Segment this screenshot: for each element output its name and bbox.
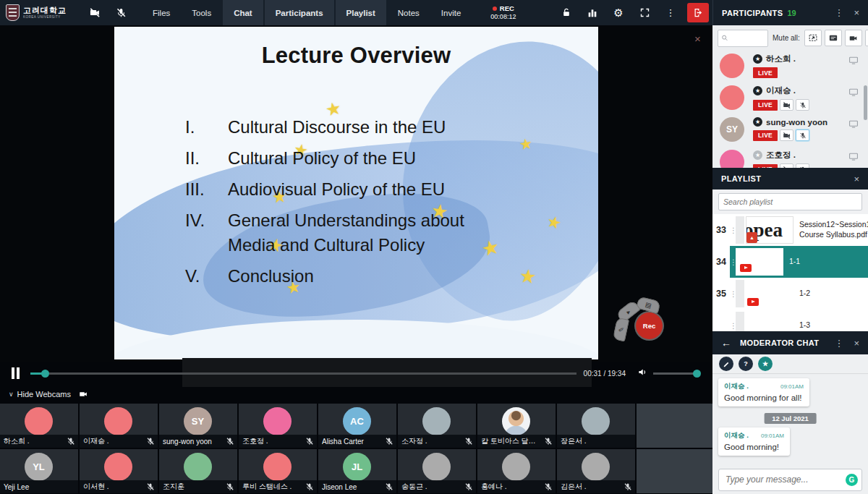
participants-close-button[interactable]: × xyxy=(854,8,859,17)
playlist-item-selected[interactable]: 34 ⋮ 1-1 xyxy=(712,246,868,278)
more-options-button[interactable]: ⋮ xyxy=(661,0,680,25)
recorder-pen-button[interactable]: ✎ xyxy=(613,318,629,342)
playlist-item-handle[interactable] xyxy=(736,280,744,307)
screen-share-button[interactable] xyxy=(848,151,859,164)
video-stage: ★ ★ ★ ★ ★ ★ ★ ★ ★ ★ Lecture Overview I.C… xyxy=(0,25,712,362)
lock-button[interactable] xyxy=(557,0,576,25)
tab-invite[interactable]: Invite xyxy=(430,0,472,25)
participant-row[interactable]: ★이재승 . LIVE xyxy=(712,82,868,114)
chevron-down-icon: ∨ xyxy=(9,391,14,398)
webcam-name: 이재승 . xyxy=(83,436,143,446)
screen-share-button[interactable] xyxy=(848,55,859,68)
playlist-item[interactable]: 33 ⋮ opea ▲ Session12~Session13 Course S… xyxy=(712,214,868,246)
camera-off-button[interactable] xyxy=(780,129,793,141)
seek-bar[interactable] xyxy=(30,372,576,375)
webcam-tile[interactable]: 루비 스탬네스 . xyxy=(239,449,317,493)
chat-close-button[interactable]: × xyxy=(854,338,859,348)
participant-row[interactable]: ★조호정 . LIVE xyxy=(712,147,868,168)
hide-webcams-toggle[interactable]: ∨ Hide Webcams xyxy=(9,390,71,399)
mic-off-button[interactable] xyxy=(796,99,809,111)
webcam-tile[interactable]: 칼 토비아스 달크비스... xyxy=(477,404,556,448)
close-video-button[interactable]: × xyxy=(694,33,701,45)
tab-chat[interactable]: Chat xyxy=(223,0,263,25)
webcams-bar: ∨ Hide Webcams xyxy=(0,385,712,404)
tab-participants[interactable]: Participants xyxy=(265,0,334,25)
playlist-item-number: 35 xyxy=(712,289,730,299)
avatar: JL xyxy=(343,453,371,481)
playlist-item[interactable]: ⋮ 1-3 xyxy=(712,310,868,331)
camera-off-button[interactable] xyxy=(780,99,793,111)
drag-handle-icon[interactable]: ⋮ xyxy=(730,226,736,234)
stats-button[interactable] xyxy=(583,0,602,25)
tab-tools[interactable]: Tools xyxy=(181,0,222,25)
leave-session-button[interactable] xyxy=(687,3,709,22)
webcam-tile[interactable]: SY sung-won yoon xyxy=(159,404,237,448)
slide-outline-item: III.Audiovisual Policy of the EU xyxy=(185,177,481,202)
playlist-item-handle[interactable] xyxy=(736,312,744,331)
camera-off-toggle[interactable] xyxy=(84,0,106,25)
webcam-tile[interactable]: 이재승 . xyxy=(80,404,158,448)
volume-slider[interactable] xyxy=(653,372,699,375)
video-thumbnail xyxy=(746,312,793,331)
chat-help-button[interactable]: ? xyxy=(739,357,753,371)
chat-star-button[interactable]: ★ xyxy=(758,357,773,371)
chat-menu-button[interactable]: ⋮ xyxy=(834,338,843,348)
webcam-tile[interactable]: AC Alisha Carter xyxy=(318,404,396,448)
volume-button[interactable] xyxy=(637,367,649,380)
webcam-tile[interactable]: 홍예나 . xyxy=(477,449,556,493)
playlist-item[interactable]: 35 ⋮ 1-2 xyxy=(712,278,868,310)
webcam-tile[interactable]: 조지훈 xyxy=(159,449,237,493)
webcam-tile[interactable]: 이서현 . xyxy=(80,449,158,493)
webcam-tile[interactable]: 김은서 . xyxy=(557,449,635,493)
screen-share-button[interactable] xyxy=(848,119,859,132)
drag-handle-icon[interactable]: ⋮ xyxy=(730,322,736,330)
playlist-search-input[interactable] xyxy=(718,193,862,210)
chat-message-input[interactable] xyxy=(718,469,862,491)
rec-button[interactable]: Rec xyxy=(636,312,663,339)
drag-handle-icon[interactable]: ⋮ xyxy=(730,258,736,266)
avatar xyxy=(720,85,744,110)
playlist-items: 33 ⋮ opea ▲ Session12~Session13 Course S… xyxy=(712,214,868,331)
back-arrow-icon[interactable]: ← xyxy=(721,337,731,349)
webcam-name: 조지훈 xyxy=(163,482,223,492)
webcam-tile[interactable]: 송동근 . xyxy=(398,449,476,493)
tab-files[interactable]: Files xyxy=(142,0,181,25)
playlist-item-handle[interactable] xyxy=(736,216,744,244)
playlist-close-button[interactable]: × xyxy=(854,174,859,184)
participants-menu-button[interactable]: ⋮ xyxy=(834,8,843,17)
participant-row[interactable]: SY ★sung-won yoon LIVE xyxy=(712,114,868,146)
participants-search[interactable] xyxy=(718,30,768,47)
recorder-grid-button[interactable]: ▤ xyxy=(636,297,660,314)
volume-knob[interactable] xyxy=(693,370,701,378)
tab-playlist[interactable]: Playlist xyxy=(336,0,386,25)
screen-share-button[interactable] xyxy=(848,87,859,100)
mic-off-toggle[interactable] xyxy=(110,0,132,25)
scrollbar-thumb[interactable] xyxy=(864,85,867,120)
layout-button[interactable] xyxy=(804,30,822,46)
webcam-tile[interactable]: JL Jiseon Lee xyxy=(318,449,396,493)
camera-off-icon xyxy=(89,7,101,18)
mute-mics-button[interactable] xyxy=(865,30,868,46)
drag-handle-icon[interactable]: ⋮ xyxy=(730,290,736,298)
webcam-tile[interactable]: 소자정 . xyxy=(398,404,476,448)
webcam-tile[interactable]: YL Yeji Lee xyxy=(0,449,78,493)
participant-row[interactable]: ★하소희 . LIVE xyxy=(712,51,868,82)
settings-button[interactable]: ⚙ xyxy=(609,0,628,25)
mute-chat-button[interactable] xyxy=(825,30,842,46)
webcam-toggle-button[interactable] xyxy=(78,390,89,399)
pause-button[interactable] xyxy=(9,367,25,380)
mute-cameras-button[interactable] xyxy=(845,30,862,46)
grid-icon: ▤ xyxy=(644,301,652,310)
time-display: 00:31 / 19:34 xyxy=(584,370,626,378)
seek-knob[interactable] xyxy=(41,370,49,378)
webcam-tile[interactable]: 하소희 . xyxy=(0,404,78,448)
tab-notes[interactable]: Notes xyxy=(387,0,430,25)
participants-search-input[interactable] xyxy=(728,33,765,43)
mic-off-button[interactable] xyxy=(796,129,809,141)
webcam-tile[interactable]: 장은서 . xyxy=(557,404,635,448)
fullscreen-button[interactable] xyxy=(635,0,654,25)
grammarly-icon[interactable]: G xyxy=(846,474,858,486)
webcam-tile[interactable]: 조호정 . xyxy=(239,404,317,448)
chat-notes-button[interactable] xyxy=(719,357,733,371)
playlist-item-title: Session12~Session13 Course Syllabus.pdf xyxy=(799,220,868,239)
